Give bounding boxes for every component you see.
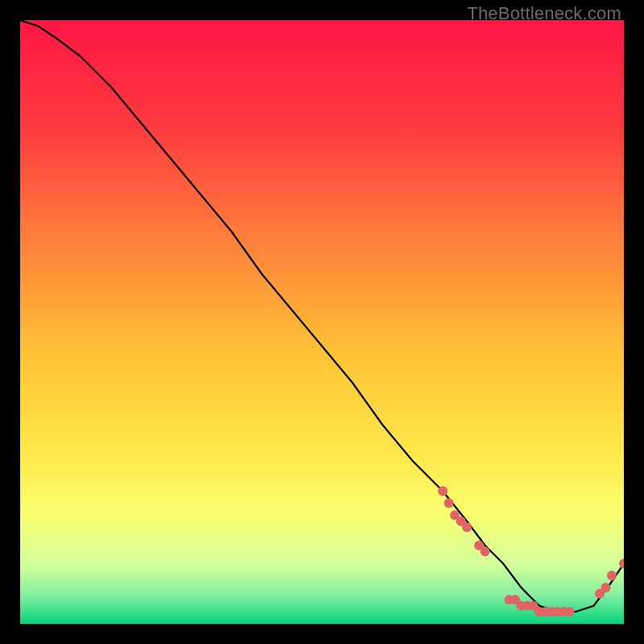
data-point xyxy=(462,522,472,532)
data-point xyxy=(444,498,454,508)
data-point xyxy=(607,571,617,580)
chart-container: TheBottleneck.com xyxy=(0,0,644,644)
data-point xyxy=(565,607,575,617)
data-point xyxy=(438,486,448,496)
data-point xyxy=(601,583,611,592)
chart-svg xyxy=(20,20,624,624)
gradient-background xyxy=(20,20,624,624)
data-point xyxy=(481,547,490,556)
plot-area xyxy=(20,20,624,624)
